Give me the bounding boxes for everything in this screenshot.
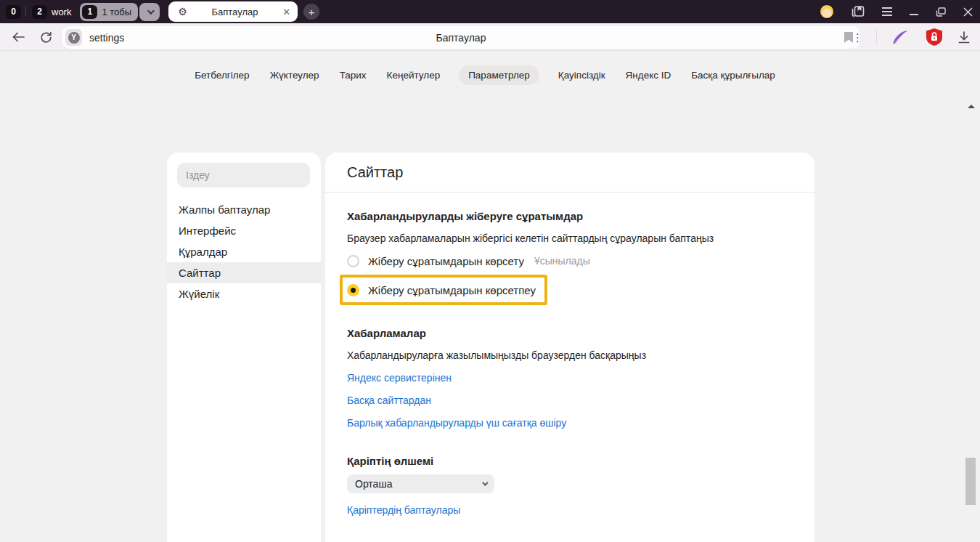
tab-group-chevron-button[interactable] xyxy=(139,3,160,21)
refresh-button[interactable] xyxy=(35,23,57,51)
downloads-icon[interactable] xyxy=(952,31,980,44)
sidebar-list: Жалпы баптаулар Интерфейс Құралдар Сайтт… xyxy=(167,199,321,304)
address-bar-page-title: Баптаулар xyxy=(62,32,860,44)
chevron-down-icon xyxy=(147,7,155,15)
tab-settings[interactable]: Параметрлер xyxy=(459,65,539,85)
settings-page: Бетбелгілер Жүктеулер Тарих Кеңейтулер П… xyxy=(0,51,980,542)
settings-nav-tabs: Бетбелгілер Жүктеулер Тарих Кеңейтулер П… xyxy=(0,65,970,85)
sidebar-item-sites[interactable]: Сайттар xyxy=(167,262,321,283)
link-yandex-services[interactable]: Яндекс сервистерінен xyxy=(347,372,452,384)
back-button[interactable] xyxy=(7,23,29,51)
yandex-feather-extension-icon[interactable] xyxy=(884,29,916,45)
address-bar: Y settings Баптаулар ⋮ xyxy=(0,23,980,51)
scrollbar-up-arrow[interactable] xyxy=(968,105,975,108)
radio-option-show-requests[interactable]: Жіберу сұратымдарын көрсету Ұсынылады xyxy=(347,250,793,272)
tab-security[interactable]: Қауіпсіздік xyxy=(557,65,607,85)
radio-selected-icon[interactable] xyxy=(347,284,359,296)
notification-requests-description: Браузер хабарламаларын жібергісі келетін… xyxy=(347,232,793,244)
url-text[interactable]: settings xyxy=(89,32,124,44)
address-bar-actions: ⋮ xyxy=(846,23,980,51)
sidebar-item-tools[interactable]: Құралдар xyxy=(167,241,321,262)
link-font-settings[interactable]: Қаріптердің баптаулары xyxy=(347,504,460,516)
notifications-description: Хабарландыруларға жазылымыңызды браузерд… xyxy=(347,349,793,361)
highlight-annotation-box: Жіберу сұратымдарын көрсетпеу xyxy=(340,275,547,305)
tab-panels-icon[interactable] xyxy=(852,6,865,17)
chevron-down-icon xyxy=(482,480,488,485)
active-tab-title: Баптаулар xyxy=(187,7,283,17)
settings-gear-icon: ⚙ xyxy=(178,7,187,17)
tab-downloads[interactable]: Жүктеулер xyxy=(269,65,321,85)
font-size-select[interactable]: Орташа xyxy=(347,474,494,493)
tab-group-work-badge[interactable]: 2 xyxy=(32,5,47,19)
notifications-heading: Хабарламалар xyxy=(347,327,793,339)
settings-main-panel: Сайттар Хабарландыруларды жіберуге сұрат… xyxy=(325,153,814,542)
site-icon-badge[interactable]: Y xyxy=(65,29,82,46)
url-field[interactable]: Y settings Баптаулар xyxy=(62,26,860,49)
restore-button[interactable] xyxy=(936,7,946,17)
radio-unselected-icon[interactable] xyxy=(347,255,359,267)
tab-group-work-label[interactable]: work xyxy=(52,7,71,17)
tab-group-active-badge: 1 xyxy=(82,5,97,19)
tab-yandex-id[interactable]: Яндекс ID xyxy=(624,65,673,85)
sidebar-item-system[interactable]: Жүйелік xyxy=(167,283,321,304)
page-title: Сайттар xyxy=(325,153,814,193)
sidebar-item-interface[interactable]: Интерфейс xyxy=(167,220,321,241)
tab-group-zero-badge[interactable]: 0 xyxy=(6,5,21,19)
window-controls-area xyxy=(820,4,973,19)
adblock-shield-icon[interactable] xyxy=(916,28,952,46)
toolbar-divider xyxy=(876,31,877,44)
close-window-button[interactable] xyxy=(963,7,973,17)
minimize-button[interactable] xyxy=(910,8,918,15)
profile-avatar[interactable] xyxy=(820,4,834,19)
tab-group-divider xyxy=(25,7,26,17)
link-other-sites[interactable]: Басқа сайттардан xyxy=(347,395,431,406)
yandex-browser-icon: Y xyxy=(68,32,80,44)
settings-sidebar: Жалпы баптаулар Интерфейс Құралдар Сайтт… xyxy=(167,153,321,542)
radio-option-hide-requests[interactable]: Жіберу сұратымдарын көрсетпеу xyxy=(347,279,536,301)
tab-extensions[interactable]: Кеңейтулер xyxy=(385,65,442,85)
tab-history[interactable]: Тарих xyxy=(338,65,368,85)
browser-tab-bar: 0 2 work 1 1 тобы ⚙ Баптаулар ✕ + xyxy=(0,0,980,23)
tab-group-active[interactable]: 1 1 тобы xyxy=(80,3,138,21)
active-tab[interactable]: ⚙ Баптаулар ✕ xyxy=(168,1,298,22)
scrollbar-thumb[interactable] xyxy=(965,458,976,505)
tab-other-devices[interactable]: Басқа құрылғылар xyxy=(690,65,777,85)
menu-hamburger-icon[interactable] xyxy=(882,7,892,16)
tab-close-icon[interactable]: ✕ xyxy=(282,7,290,17)
search-input[interactable] xyxy=(177,163,310,187)
link-mute-all-notifications[interactable]: Барлық хабарландыруларды үш сағатқа өшір… xyxy=(347,417,566,429)
new-tab-button[interactable]: + xyxy=(303,4,319,20)
more-options-icon[interactable]: ⋮ xyxy=(846,32,869,43)
sidebar-item-general[interactable]: Жалпы баптаулар xyxy=(167,199,321,220)
page-scrollbar[interactable] xyxy=(965,102,977,542)
font-size-heading: Қаріптің өлшемі xyxy=(347,455,793,467)
recommended-hint: Ұсынылады xyxy=(534,255,590,267)
tab-bookmarks[interactable]: Бетбелгілер xyxy=(193,65,250,85)
tab-group-active-label: 1 тобы xyxy=(102,7,131,17)
notification-requests-heading: Хабарландыруларды жіберуге сұратымдар xyxy=(347,210,793,222)
